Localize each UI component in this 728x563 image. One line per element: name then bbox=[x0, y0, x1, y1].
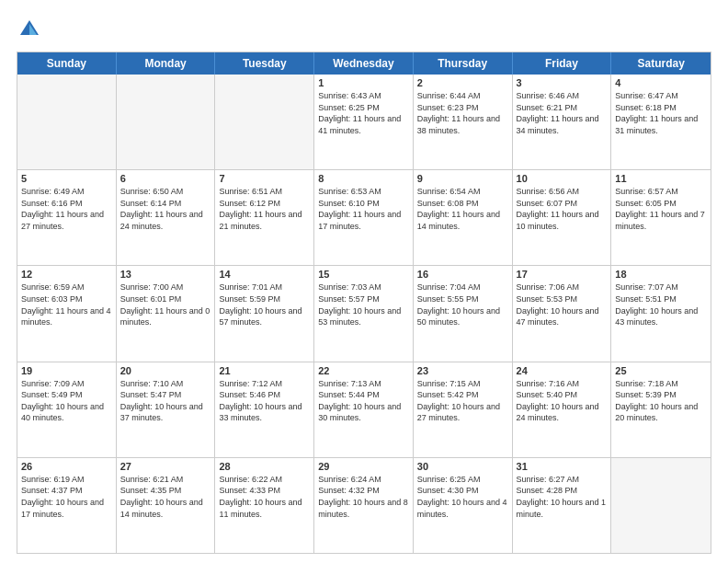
day-number: 9 bbox=[417, 173, 508, 184]
day-number: 4 bbox=[615, 77, 707, 88]
day-number: 10 bbox=[517, 173, 608, 184]
day-info: Sunrise: 6:44 AM Sunset: 6:23 PM Dayligh… bbox=[417, 90, 508, 136]
day-number: 27 bbox=[120, 461, 211, 472]
day-number: 20 bbox=[120, 365, 211, 376]
day-info: Sunrise: 7:07 AM Sunset: 5:51 PM Dayligh… bbox=[615, 282, 707, 327]
day-cell-26: 26Sunrise: 6:19 AM Sunset: 4:37 PM Dayli… bbox=[17, 458, 117, 553]
logo-icon bbox=[17, 17, 42, 42]
day-info: Sunrise: 6:43 AM Sunset: 6:25 PM Dayligh… bbox=[318, 90, 409, 136]
day-info: Sunrise: 6:25 AM Sunset: 4:30 PM Dayligh… bbox=[417, 474, 508, 520]
day-header-sunday: Sunday bbox=[17, 52, 117, 75]
day-info: Sunrise: 6:59 AM Sunset: 6:03 PM Dayligh… bbox=[21, 282, 112, 327]
day-info: Sunrise: 6:47 AM Sunset: 6:18 PM Dayligh… bbox=[615, 90, 707, 136]
week-row-2: 12Sunrise: 6:59 AM Sunset: 6:03 PM Dayli… bbox=[17, 265, 711, 361]
day-cell-11: 11Sunrise: 6:57 AM Sunset: 6:05 PM Dayli… bbox=[611, 170, 711, 265]
day-number: 16 bbox=[417, 269, 508, 280]
day-number: 25 bbox=[615, 365, 707, 376]
day-info: Sunrise: 7:16 AM Sunset: 5:40 PM Dayligh… bbox=[517, 378, 608, 424]
day-cell-3: 3Sunrise: 6:46 AM Sunset: 6:21 PM Daylig… bbox=[513, 75, 612, 169]
day-cell-empty bbox=[117, 75, 216, 169]
day-number: 30 bbox=[417, 461, 508, 472]
logo bbox=[17, 17, 46, 42]
day-number: 13 bbox=[120, 269, 211, 280]
header bbox=[17, 17, 711, 42]
day-cell-13: 13Sunrise: 7:00 AM Sunset: 6:01 PM Dayli… bbox=[117, 266, 216, 361]
day-number: 1 bbox=[318, 77, 409, 88]
day-cell-empty bbox=[215, 75, 314, 169]
day-number: 8 bbox=[318, 173, 409, 184]
day-number: 23 bbox=[417, 365, 508, 376]
day-info: Sunrise: 6:46 AM Sunset: 6:21 PM Dayligh… bbox=[517, 90, 608, 136]
day-info: Sunrise: 7:18 AM Sunset: 5:39 PM Dayligh… bbox=[615, 378, 707, 424]
day-number: 22 bbox=[318, 365, 409, 376]
day-cell-24: 24Sunrise: 7:16 AM Sunset: 5:40 PM Dayli… bbox=[513, 362, 612, 457]
week-row-3: 19Sunrise: 7:09 AM Sunset: 5:49 PM Dayli… bbox=[17, 362, 711, 457]
week-row-4: 26Sunrise: 6:19 AM Sunset: 4:37 PM Dayli… bbox=[17, 457, 711, 553]
day-cell-9: 9Sunrise: 6:54 AM Sunset: 6:08 PM Daylig… bbox=[414, 170, 513, 265]
day-cell-31: 31Sunrise: 6:27 AM Sunset: 4:28 PM Dayli… bbox=[513, 458, 612, 553]
day-cell-12: 12Sunrise: 6:59 AM Sunset: 6:03 PM Dayli… bbox=[17, 266, 117, 361]
day-info: Sunrise: 7:06 AM Sunset: 5:53 PM Dayligh… bbox=[517, 282, 608, 327]
day-number: 19 bbox=[21, 365, 112, 376]
day-cell-empty bbox=[611, 458, 711, 553]
day-info: Sunrise: 7:01 AM Sunset: 5:59 PM Dayligh… bbox=[219, 282, 310, 327]
day-number: 6 bbox=[120, 173, 211, 184]
day-cell-16: 16Sunrise: 7:04 AM Sunset: 5:55 PM Dayli… bbox=[414, 266, 513, 361]
day-header-friday: Friday bbox=[513, 52, 612, 75]
day-info: Sunrise: 7:00 AM Sunset: 6:01 PM Dayligh… bbox=[120, 282, 211, 327]
day-cell-29: 29Sunrise: 6:24 AM Sunset: 4:32 PM Dayli… bbox=[314, 458, 414, 553]
day-cell-27: 27Sunrise: 6:21 AM Sunset: 4:35 PM Dayli… bbox=[117, 458, 216, 553]
calendar: SundayMondayTuesdayWednesdayThursdayFrid… bbox=[17, 52, 711, 554]
day-info: Sunrise: 7:04 AM Sunset: 5:55 PM Dayligh… bbox=[417, 282, 508, 327]
day-cell-30: 30Sunrise: 6:25 AM Sunset: 4:30 PM Dayli… bbox=[414, 458, 513, 553]
day-number: 28 bbox=[219, 461, 310, 472]
day-info: Sunrise: 6:56 AM Sunset: 6:07 PM Dayligh… bbox=[517, 186, 608, 232]
day-info: Sunrise: 6:51 AM Sunset: 6:12 PM Dayligh… bbox=[219, 186, 310, 232]
calendar-body: 1Sunrise: 6:43 AM Sunset: 6:25 PM Daylig… bbox=[17, 75, 711, 553]
day-cell-25: 25Sunrise: 7:18 AM Sunset: 5:39 PM Dayli… bbox=[611, 362, 711, 457]
day-number: 21 bbox=[219, 365, 310, 376]
day-info: Sunrise: 7:09 AM Sunset: 5:49 PM Dayligh… bbox=[21, 378, 112, 424]
day-info: Sunrise: 6:19 AM Sunset: 4:37 PM Dayligh… bbox=[21, 474, 112, 520]
day-cell-1: 1Sunrise: 6:43 AM Sunset: 6:25 PM Daylig… bbox=[314, 75, 414, 169]
day-cell-18: 18Sunrise: 7:07 AM Sunset: 5:51 PM Dayli… bbox=[611, 266, 711, 361]
day-cell-22: 22Sunrise: 7:13 AM Sunset: 5:44 PM Dayli… bbox=[314, 362, 414, 457]
week-row-1: 5Sunrise: 6:49 AM Sunset: 6:16 PM Daylig… bbox=[17, 169, 711, 265]
day-cell-19: 19Sunrise: 7:09 AM Sunset: 5:49 PM Dayli… bbox=[17, 362, 117, 457]
day-cell-5: 5Sunrise: 6:49 AM Sunset: 6:16 PM Daylig… bbox=[17, 170, 117, 265]
day-cell-7: 7Sunrise: 6:51 AM Sunset: 6:12 PM Daylig… bbox=[215, 170, 314, 265]
day-info: Sunrise: 6:24 AM Sunset: 4:32 PM Dayligh… bbox=[318, 474, 409, 520]
day-number: 5 bbox=[21, 173, 112, 184]
day-info: Sunrise: 6:50 AM Sunset: 6:14 PM Dayligh… bbox=[120, 186, 211, 232]
day-info: Sunrise: 7:10 AM Sunset: 5:47 PM Dayligh… bbox=[120, 378, 211, 424]
day-cell-2: 2Sunrise: 6:44 AM Sunset: 6:23 PM Daylig… bbox=[414, 75, 513, 169]
day-cell-14: 14Sunrise: 7:01 AM Sunset: 5:59 PM Dayli… bbox=[215, 266, 314, 361]
day-cell-6: 6Sunrise: 6:50 AM Sunset: 6:14 PM Daylig… bbox=[117, 170, 216, 265]
day-info: Sunrise: 7:15 AM Sunset: 5:42 PM Dayligh… bbox=[417, 378, 508, 424]
day-info: Sunrise: 6:27 AM Sunset: 4:28 PM Dayligh… bbox=[517, 474, 608, 520]
day-info: Sunrise: 7:12 AM Sunset: 5:46 PM Dayligh… bbox=[219, 378, 310, 424]
day-info: Sunrise: 6:22 AM Sunset: 4:33 PM Dayligh… bbox=[219, 474, 310, 520]
day-number: 26 bbox=[21, 461, 112, 472]
day-cell-4: 4Sunrise: 6:47 AM Sunset: 6:18 PM Daylig… bbox=[611, 75, 711, 169]
day-cell-23: 23Sunrise: 7:15 AM Sunset: 5:42 PM Dayli… bbox=[414, 362, 513, 457]
day-number: 12 bbox=[21, 269, 112, 280]
day-number: 18 bbox=[615, 269, 707, 280]
day-info: Sunrise: 7:03 AM Sunset: 5:57 PM Dayligh… bbox=[318, 282, 409, 327]
day-number: 15 bbox=[318, 269, 409, 280]
day-cell-21: 21Sunrise: 7:12 AM Sunset: 5:46 PM Dayli… bbox=[215, 362, 314, 457]
day-number: 7 bbox=[219, 173, 310, 184]
day-header-thursday: Thursday bbox=[414, 52, 513, 75]
day-number: 31 bbox=[517, 461, 608, 472]
day-cell-8: 8Sunrise: 6:53 AM Sunset: 6:10 PM Daylig… bbox=[314, 170, 414, 265]
day-cell-10: 10Sunrise: 6:56 AM Sunset: 6:07 PM Dayli… bbox=[513, 170, 612, 265]
day-header-saturday: Saturday bbox=[611, 52, 711, 75]
page: SundayMondayTuesdayWednesdayThursdayFrid… bbox=[0, 0, 728, 563]
day-info: Sunrise: 7:13 AM Sunset: 5:44 PM Dayligh… bbox=[318, 378, 409, 424]
day-info: Sunrise: 6:57 AM Sunset: 6:05 PM Dayligh… bbox=[615, 186, 707, 232]
day-number: 2 bbox=[417, 77, 508, 88]
day-header-monday: Monday bbox=[117, 52, 216, 75]
day-cell-empty bbox=[17, 75, 117, 169]
day-number: 3 bbox=[517, 77, 608, 88]
day-header-wednesday: Wednesday bbox=[314, 52, 414, 75]
